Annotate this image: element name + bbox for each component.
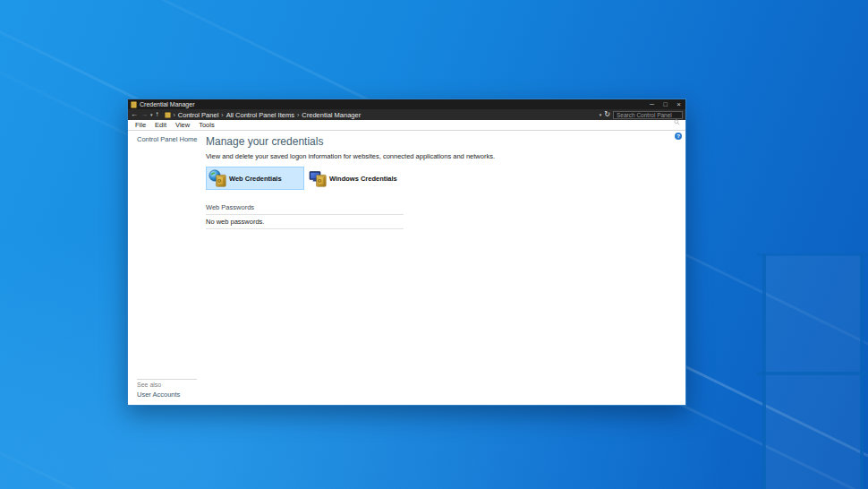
menu-bar: File Edit View Tools [128,120,685,131]
address-bar: ← → ▾ ↑ › Control Panel › All Control Pa… [128,109,685,120]
desktop[interactable]: Credential Manager ─ □ × ← → ▾ ↑ › Contr… [0,0,868,489]
recent-pages-chevron-icon[interactable]: ▾ [150,109,153,120]
breadcrumb-separator: › [297,112,299,118]
windows-credentials-label: Windows Credentials [329,175,397,183]
breadcrumb[interactable]: › Control Panel › All Control Panel Item… [162,111,597,119]
no-web-passwords-message: No web passwords. [206,218,404,226]
credential-manager-window: Credential Manager ─ □ × ← → ▾ ↑ › Contr… [127,99,686,406]
see-also-label: See also [137,382,197,388]
refresh-icon[interactable]: ↻ [604,109,610,120]
minimize-button[interactable]: ─ [645,99,659,109]
maximize-button[interactable]: □ [659,99,672,109]
title-bar[interactable]: Credential Manager ─ □ × [128,99,685,109]
web-credentials-tile[interactable]: Web Credentials [206,167,304,190]
menu-edit[interactable]: Edit [150,120,171,130]
forward-icon[interactable]: → [140,109,148,120]
sidebar: Control Panel Home See also User Account… [128,131,206,405]
search-icon[interactable] [674,113,680,129]
sidebar-item-control-panel-home[interactable]: Control Panel Home [137,135,206,143]
sidebar-divider [137,379,197,380]
windows-credentials-icon [309,169,327,187]
web-passwords-section: Web Passwords No web passwords. [206,203,404,229]
main-panel: Manage your credentials View and delete … [206,131,685,405]
help-icon[interactable]: ? [675,133,682,140]
close-button[interactable]: × [672,99,685,109]
back-icon[interactable]: ← [131,109,138,120]
credential-tiles: Web Credentials [206,167,685,190]
menu-tools[interactable]: Tools [194,120,219,130]
sidebar-item-user-accounts[interactable]: User Accounts [137,390,197,399]
menu-view[interactable]: View [171,120,194,130]
page-description: View and delete your saved logon informa… [206,152,685,160]
section-divider [206,214,404,215]
address-dropdown-chevron-icon[interactable]: ▾ [600,109,602,120]
sidebar-see-also-group: See also User Accounts [137,379,206,399]
window-title: Credential Manager [140,101,645,107]
menu-file[interactable]: File [131,120,150,130]
breadcrumb-item-all-control-panel-items[interactable]: All Control Panel Items [226,111,294,119]
web-credentials-icon [208,169,226,187]
section-divider [206,228,404,229]
page-title: Manage your credentials [206,135,685,148]
location-icon [165,112,171,118]
content-area: ? Control Panel Home See also User Accou… [128,131,685,405]
windows-logo-wallpaper [757,253,868,489]
breadcrumb-separator: › [221,112,223,118]
search-input[interactable] [614,112,682,118]
search-box [613,111,683,119]
wallpaper-light-ray [0,425,868,489]
credential-manager-icon [131,101,137,108]
up-icon[interactable]: ↑ [156,109,159,120]
breadcrumb-item-credential-manager[interactable]: Credential Manager [302,111,361,119]
windows-credentials-tile[interactable]: Windows Credentials [306,167,404,190]
breadcrumb-separator: › [174,112,175,118]
web-credentials-label: Web Credentials [229,175,282,183]
breadcrumb-item-control-panel[interactable]: Control Panel [178,111,218,119]
web-passwords-title: Web Passwords [206,203,404,211]
